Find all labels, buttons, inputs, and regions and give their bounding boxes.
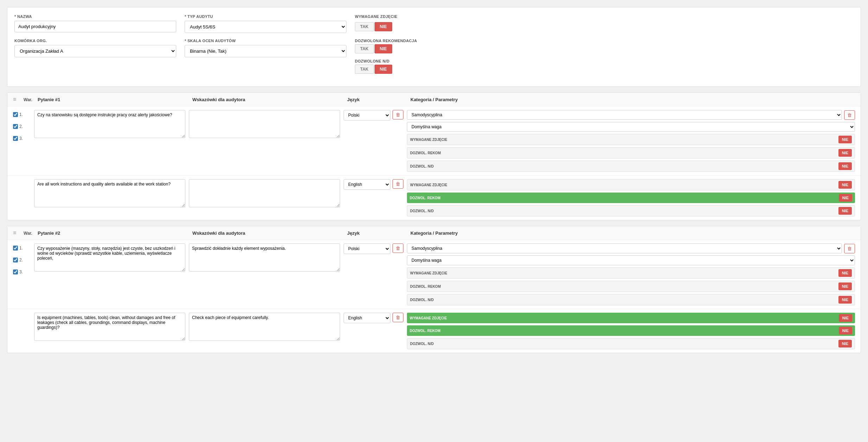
q1-title: Pytanie #1 [38,97,189,102]
komorka-select[interactable]: Organizacja Zakład A [14,45,176,57]
q1-eng-dozwol-nd-row: DOZWOL. N/D NIE [407,205,855,216]
q2-dozwol-nd-row: DOZWOL. N/D NIE [407,294,855,305]
q2-dozwol-nd-nie-btn[interactable]: NIE [838,296,852,304]
q1-eng-wymagane-row: WYMAGANE ZDJĘCIE NIE [407,179,855,190]
nazwa-input[interactable] [14,21,176,32]
q2-polski-kategoria-col: Samodyscyplina 🗑 Domyślna waga WYMAGANE … [407,243,855,305]
q2-english-jezyk-select[interactable]: Polski English [344,313,390,323]
q1-kategoria-delete-btn[interactable]: 🗑 [844,110,855,120]
skala-select[interactable]: Binarna (Nie, Tak) [185,45,346,57]
q1-waga-select[interactable]: Domyślna waga [407,122,855,132]
q1-english-question-textarea[interactable]: Are all work instructions and quality al… [34,179,185,207]
q2-eng-dozwol-rekom-nie-btn[interactable]: NIE [839,327,852,334]
q1-dozwol-nd-label: DOZWOL. N/D [410,164,434,168]
nazwa-label: * NAZWA [14,14,176,19]
q1-dozwol-rekom-label: DOZWOL. REKOM [410,151,441,155]
wymagane-group: WYMAGANE ZDJĘCIE TAK NIE [355,14,854,31]
q2-kategoria-select[interactable]: Samodyscyplina [407,243,842,253]
q1-eng-wymagane-nie-btn[interactable]: NIE [838,181,852,189]
q1-kategoria-row: Samodyscyplina 🗑 [407,110,855,120]
q2-eng-dozwol-nd-nie-btn[interactable]: NIE [838,340,852,347]
q1-waga-row: Domyślna waga [407,122,855,132]
q2-eng-dozwol-nd-label: DOZWOL. N/D [410,342,434,346]
q2-check-2[interactable] [13,258,18,262]
nazwa-group: * NAZWA [14,14,176,32]
q1-polski-wskazowki-col [189,110,340,139]
komorka-label: KOMÓRKA ORG. [14,39,176,43]
q2-polski-jezyk-select[interactable]: Polski English [344,243,390,254]
q2-english-question-col: Is equipment (machines, tables, tools) c… [34,313,185,342]
q2-eng-dozwol-rekom-row: DOZWOL. REKOM NIE [407,325,855,336]
q2-eng-dozwol-nd-row: DOZWOL. N/D NIE [407,338,855,349]
q1-polski-question-textarea[interactable]: Czy na stanowisku są dostępne instrukcje… [34,110,185,138]
q1-check-1[interactable] [13,112,18,117]
q1-english-wskazowki-col [189,179,340,208]
q2-waga-row: Domyślna waga [407,255,855,265]
question-2-header: ≡ War. Pytanie #2 Wskazówki dla audytora… [7,226,861,240]
q2-lang-row-polski: 1. 2. 3. Czy wyposażenie (maszyny, stoły… [7,240,861,309]
q2-check-3[interactable] [13,269,18,274]
q1-eng-dozwol-rekom-label: DOZWOL. REKOM [410,196,440,200]
drag-icon-q2: ≡ [13,230,20,236]
q1-wymagane-label: WYMAGANE ZDJĘCIE [410,138,447,142]
q2-dozwol-nd-label: DOZWOL. N/D [410,298,434,302]
q2-english-delete-btn[interactable]: 🗑 [392,313,403,322]
q1-wymagane-nie-btn[interactable]: NIE [838,136,852,143]
q2-eng-wymagane-row: WYMAGANE ZDJĘCIE NIE [407,313,855,323]
q2-dozwol-rekom-nie-btn[interactable]: NIE [838,282,852,290]
dozwolone-nd-group: DOZWOLONE N/D TAK NIE [355,59,854,74]
q2-polski-question-textarea[interactable]: Czy wyposażenie (maszyny, stoły, narzędz… [34,243,185,272]
q1-dozwol-nd-nie-btn[interactable]: NIE [838,162,852,170]
q2-dozwol-rekom-label: DOZWOL. REKOM [410,285,441,288]
dozwolona-toggle: TAK NIE [355,44,854,53]
q1-checkbox-1: 1. [13,112,31,117]
form-row-1: * NAZWA * TYP AUDYTU Audyt 5S/6S WYMAGAN… [14,14,854,33]
q2-dozwol-rekom-row: DOZWOL. REKOM NIE [407,281,855,292]
dozwolona-label: DOZWOLONA REKOMENDACJA [355,39,854,43]
q1-check-2[interactable] [13,124,18,129]
q1-dozwol-nd-row: DOZWOL. N/D NIE [407,161,855,172]
typ-select[interactable]: Audyt 5S/6S [185,21,346,33]
q1-polski-jezyk-select[interactable]: Polski English [344,110,390,121]
q2-kategoria-delete-btn[interactable]: 🗑 [844,244,855,253]
dozwolone-nd-nie-btn[interactable]: NIE [375,65,392,74]
q1-checkbox-3: 3. [13,136,31,141]
q2-polski-wskazowki-textarea[interactable]: Sprawdzić dokładnie każdy element wyposa… [189,243,340,272]
q1-eng-dozwol-rekom-nie-btn[interactable]: NIE [839,194,852,202]
wymagane-nie-btn[interactable]: NIE [375,22,392,31]
question-block-2: ≡ War. Pytanie #2 Wskazówki dla audytora… [7,226,861,353]
q1-eng-dozwol-nd-nie-btn[interactable]: NIE [838,207,852,215]
dozwolona-tak-btn[interactable]: TAK [355,44,374,53]
q2-eng-wymagane-nie-btn[interactable]: NIE [839,314,852,322]
wymagane-toggle: TAK NIE [355,22,854,31]
q1-lang-row-english: Are all work instructions and quality al… [7,176,861,220]
skala-label: * SKALA OCEN AUDYTÓW [185,39,346,43]
dozwolone-nd-label: DOZWOLONE N/D [355,59,854,63]
dozwolone-nd-tak-btn[interactable]: TAK [355,65,374,74]
wymagane-tak-btn[interactable]: TAK [355,22,374,31]
q1-kategoria-select[interactable]: Samodyscyplina [407,110,842,120]
q2-english-wskazowki-textarea[interactable]: Check each piece of equipment carefully. [189,313,340,341]
q2-polski-delete-btn[interactable]: 🗑 [392,243,403,253]
top-form: * NAZWA * TYP AUDYTU Audyt 5S/6S WYMAGAN… [7,7,861,87]
q1-checkbox-2: 2. [13,124,31,129]
q1-polski-delete-btn[interactable]: 🗑 [392,110,403,119]
q2-polski-wskazowki-col: Sprawdzić dokładnie każdy element wyposa… [189,243,340,273]
q1-english-delete-btn[interactable]: 🗑 [392,179,403,189]
q2-wymagane-nie-btn[interactable]: NIE [838,269,852,277]
q1-check-3[interactable] [13,136,18,141]
q2-english-question-textarea[interactable]: Is equipment (machines, tables, tools) c… [34,313,185,341]
q2-polski-question-col: Czy wyposażenie (maszyny, stoły, narzędz… [34,243,185,273]
q2-waga-select[interactable]: Domyślna waga [407,255,855,265]
dozwolona-group: DOZWOLONA REKOMENDACJA TAK NIE [355,39,854,53]
dozwolona-nie-btn[interactable]: NIE [375,44,392,53]
wskazowki-header-q2: Wskazówki dla audytora [192,230,344,236]
war-label-q1: War. [24,97,34,102]
q1-polski-wskazowki-textarea[interactable] [189,110,340,138]
q2-english-jezyk-col: Polski English 🗑 [344,313,403,323]
q1-eng-dozwol-nd-label: DOZWOL. N/D [410,209,434,213]
q1-dozwol-rekom-nie-btn[interactable]: NIE [838,149,852,157]
q1-english-jezyk-select[interactable]: Polski English [344,179,390,190]
q1-english-wskazowki-textarea[interactable] [189,179,340,207]
q2-check-1[interactable] [13,246,18,251]
